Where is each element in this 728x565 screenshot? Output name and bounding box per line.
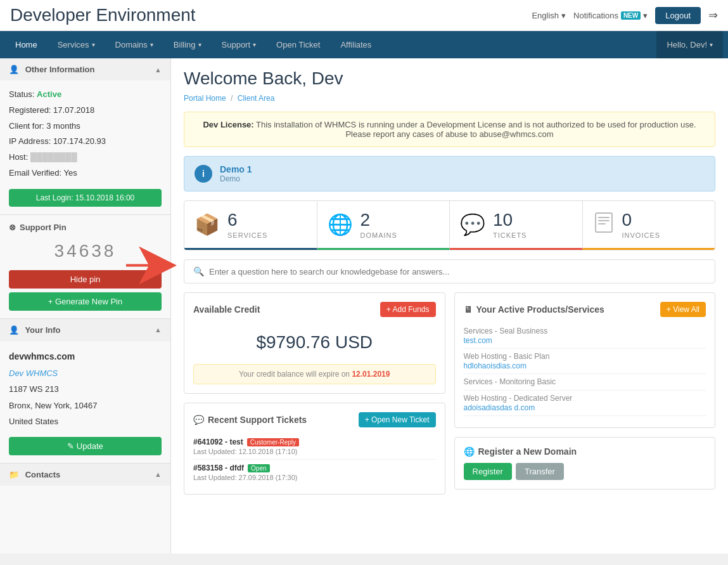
tickets-icon: 💬 [460, 212, 485, 237]
add-funds-button[interactable]: + Add Funds [380, 302, 436, 317]
nav-item-services[interactable]: Services ▾ [48, 31, 105, 58]
products-list: Services - Seal Business test.com Web Ho… [464, 323, 706, 419]
services-icon: 📦 [195, 212, 220, 237]
your-info-chevron[interactable]: ▲ [155, 326, 162, 334]
open-ticket-button[interactable]: + Open New Ticket [359, 412, 436, 427]
credit-card: Available Credit + Add Funds $9790.76 US… [184, 292, 445, 394]
other-information-content: Status: Active Registered: 17.07.2018 Cl… [0, 81, 170, 214]
status-value: Active [37, 89, 61, 99]
product-item-2: Web Hosting - Basic Plan hdlohaoisdias.c… [464, 349, 706, 374]
nav-user-greeting[interactable]: Hello, Dev! ▾ [656, 31, 723, 58]
nav-item-support[interactable]: Support ▾ [212, 31, 267, 58]
contacts-section: 📁 Contacts ▲ [0, 464, 170, 486]
ticket-id-1[interactable]: #641092 - test [193, 438, 243, 446]
support-pin-title: Support Pin [20, 223, 67, 232]
tickets-title: 💬 Recent Support Tickets [193, 415, 307, 425]
tickets-list: #641092 - test Customer-Reply Last Updat… [193, 434, 436, 485]
notifications-label: Notifications [573, 11, 618, 20]
user-icon: 👤 [9, 65, 19, 74]
products-title-label: Your Active Products/Services [476, 304, 604, 315]
logout-icon[interactable]: ⇒ [708, 8, 718, 22]
email-value: Yes [63, 168, 77, 178]
ticket-item-2: #583158 - dfdf Open Last Updated: 27.09.… [193, 460, 436, 485]
bottom-right: 🖥 Your Active Products/Services + View A… [454, 292, 716, 495]
other-information-chevron[interactable]: ▲ [155, 66, 162, 74]
logout-button[interactable]: Logout [655, 7, 701, 24]
breadcrumb-current[interactable]: Client Area [238, 94, 275, 103]
invoice-svg-icon [593, 212, 615, 233]
stat-domains[interactable]: 🌐 2 DOMAINS [317, 201, 450, 250]
status-label: Status: [9, 89, 34, 99]
view-all-button[interactable]: + View All [660, 302, 706, 317]
ticket-badge-reply-1: Customer-Reply [247, 438, 299, 446]
product-domain-1[interactable]: test.com [464, 336, 706, 345]
nav-services-caret: ▾ [92, 41, 95, 48]
ticket-id-2[interactable]: #583158 - dfdf [193, 464, 244, 472]
nav-support-label: Support [222, 40, 251, 49]
breadcrumb-home[interactable]: Portal Home [184, 94, 226, 103]
domain-buttons: Register Transfer [464, 463, 706, 480]
last-login-button[interactable]: Last Login: 15.10.2018 16:00 [9, 189, 162, 207]
language-selector[interactable]: English ▾ [532, 11, 566, 20]
services-number: 6 [227, 210, 267, 230]
product-item-4: Web Hosting - Dedicated Server adoisadia… [464, 391, 706, 416]
invoices-number: 0 [622, 210, 661, 230]
register-domain-button[interactable]: Register [464, 463, 512, 480]
tickets-title-label: Recent Support Tickets [208, 415, 307, 425]
language-label: English [532, 11, 559, 20]
credit-amount: $9790.76 USD [193, 326, 436, 359]
nav-item-home[interactable]: Home [5, 31, 48, 58]
main-content: Welcome Back, Dev Portal Home / Client A… [171, 58, 728, 554]
nav-billing-label: Billing [174, 40, 196, 49]
transfer-domain-button[interactable]: Transfer [516, 463, 564, 480]
host-row: Host: ████████ [9, 151, 162, 164]
update-button[interactable]: ✎ Update [9, 437, 162, 455]
client-for-row: Client for: 3 months [9, 120, 162, 133]
your-info-content: devwhmcs.com Dev WHMCS 1187 WS 213 Bronx… [0, 341, 170, 463]
ticket-item-1: #641092 - test Customer-Reply Last Updat… [193, 434, 436, 460]
domains-info: 2 DOMAINS [361, 210, 397, 239]
main-nav: Home Services ▾ Domains ▾ Billing ▾ Supp… [0, 31, 728, 58]
support-pin-icon: ⊗ [9, 223, 16, 232]
nav-item-affiliates[interactable]: Affiliates [330, 31, 381, 58]
notifications-button[interactable]: Notifications NEW ▾ [573, 11, 648, 20]
email-label: Email Verified: [9, 168, 61, 178]
search-icon: 🔍 [193, 266, 204, 276]
stat-invoices[interactable]: 0 INVOICES [583, 201, 715, 250]
other-information-title-wrapper: 👤 Other Information [9, 65, 94, 74]
svg-rect-1 [596, 213, 612, 232]
contacts-chevron[interactable]: ▲ [155, 471, 162, 478]
product-category-1: Services - Seal Business [464, 327, 706, 335]
credit-expire-date: 12.01.2019 [352, 370, 390, 379]
your-info-header: 👤 Your Info ▲ [0, 319, 170, 341]
address-line1: 1187 WS 213 [9, 382, 162, 396]
search-bar: 🔍 [184, 259, 715, 283]
license-text: This installation of WHMCS is running un… [256, 120, 696, 139]
status-row: Status: Active [9, 88, 162, 101]
domain-title-label: Register a New Domain [478, 446, 577, 457]
license-warning: Dev License: This installation of WHMCS … [184, 112, 715, 147]
nav-user-caret: ▾ [710, 41, 713, 48]
stat-services[interactable]: 📦 6 SERVICES [184, 201, 317, 250]
services-info: 6 SERVICES [227, 210, 267, 239]
ticket-top-2: #583158 - dfdf Open [193, 464, 436, 472]
contacts-title-wrapper: 📁 Contacts [9, 470, 60, 479]
stat-tickets[interactable]: 💬 10 TICKETS [450, 201, 583, 250]
product-domain-2[interactable]: hdlohaoisdias.com [464, 361, 706, 370]
breadcrumb: Portal Home / Client Area [184, 94, 715, 103]
product-domain-4[interactable]: adoisadiasdas d.com [464, 403, 706, 412]
nav-item-open-ticket[interactable]: Open Ticket [266, 31, 330, 58]
credit-expire-text: Your credit balance will expire on [239, 370, 352, 379]
dev-name: Dev WHMCS [9, 366, 162, 380]
invoices-info: 0 INVOICES [622, 210, 661, 239]
svg-rect-3 [598, 220, 610, 221]
demo-title: Demo 1 [220, 164, 252, 174]
product-category-2: Web Hosting - Basic Plan [464, 352, 706, 361]
generate-pin-button[interactable]: + Generate New Pin [9, 292, 162, 311]
search-input[interactable] [209, 267, 706, 276]
nav-item-billing[interactable]: Billing ▾ [163, 31, 212, 58]
domain-card: 🌐 Register a New Domain Register Transfe… [454, 437, 716, 490]
products-icon: 🖥 [464, 304, 473, 315]
nav-item-domains[interactable]: Domains ▾ [105, 31, 163, 58]
client-for-value: 3 months [46, 121, 80, 131]
